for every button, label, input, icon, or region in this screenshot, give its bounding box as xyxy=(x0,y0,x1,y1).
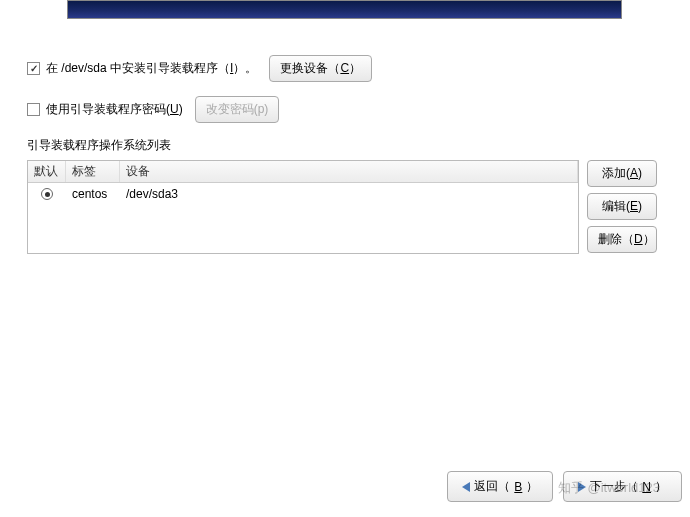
install-bootloader-label: 在 /dev/sda 中安装引导装载程序（I）。 xyxy=(46,60,257,77)
row-default-cell[interactable] xyxy=(28,188,66,200)
use-password-label: 使用引导装载程序密码(U) xyxy=(46,101,183,118)
main-content: 在 /dev/sda 中安装引导装载程序（I）。 更换设备（C） 使用引导装载程… xyxy=(27,55,663,254)
next-button[interactable]: 下一步（N） xyxy=(563,471,682,502)
header-banner xyxy=(67,0,622,19)
col-header-default[interactable]: 默认 xyxy=(28,161,66,182)
row-label-cell: centos xyxy=(66,187,120,201)
table-row[interactable]: centos /dev/sda3 xyxy=(28,183,578,205)
os-table: 默认 标签 设备 centos /dev/sda3 xyxy=(27,160,579,254)
default-radio[interactable] xyxy=(41,188,53,200)
install-bootloader-row: 在 /dev/sda 中安装引导装载程序（I）。 更换设备（C） xyxy=(27,55,663,82)
arrow-right-icon xyxy=(578,482,586,492)
use-password-row: 使用引导装载程序密码(U) 改变密码(p) xyxy=(27,96,663,123)
add-button[interactable]: 添加(A) xyxy=(587,160,657,187)
delete-button[interactable]: 删除（D） xyxy=(587,226,657,253)
change-password-button: 改变密码(p) xyxy=(195,96,280,123)
col-header-device[interactable]: 设备 xyxy=(120,161,578,182)
arrow-left-icon xyxy=(462,482,470,492)
use-password-checkbox[interactable] xyxy=(27,103,40,116)
table-header: 默认 标签 设备 xyxy=(28,161,578,183)
wizard-footer: 返回（B） 下一步（N） xyxy=(447,471,682,502)
install-bootloader-checkbox[interactable] xyxy=(27,62,40,75)
edit-button[interactable]: 编辑(E) xyxy=(587,193,657,220)
change-device-button[interactable]: 更换设备（C） xyxy=(269,55,372,82)
col-header-label[interactable]: 标签 xyxy=(66,161,120,182)
os-list-area: 默认 标签 设备 centos /dev/sda3 添加(A) 编辑(E) 删除… xyxy=(27,160,663,254)
side-buttons: 添加(A) 编辑(E) 删除（D） xyxy=(587,160,657,253)
os-list-title: 引导装载程序操作系统列表 xyxy=(27,137,663,154)
row-device-cell: /dev/sda3 xyxy=(120,187,184,201)
back-button[interactable]: 返回（B） xyxy=(447,471,553,502)
